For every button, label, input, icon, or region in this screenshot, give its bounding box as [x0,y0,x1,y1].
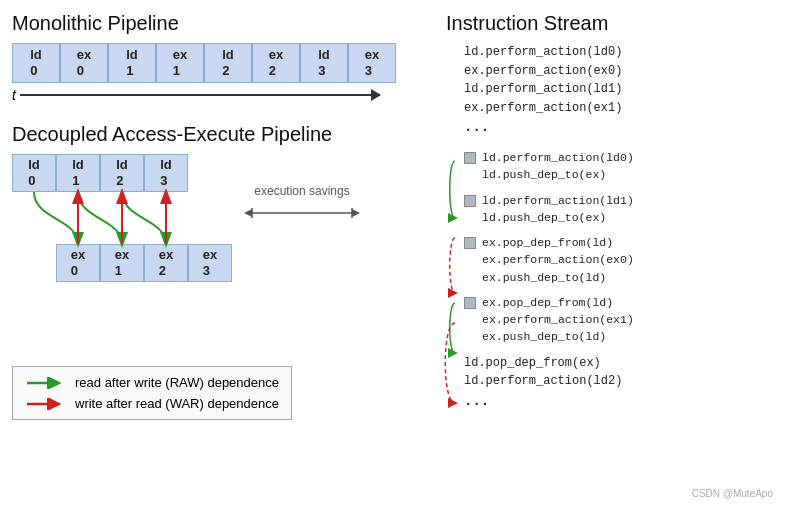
right-panel: Instruction Stream [438,8,777,497]
raw-label: read after write (RAW) dependence [75,375,279,390]
svg-marker-1 [244,209,252,217]
mono-cell-ex0: ex0 [60,43,108,83]
decoupled-title: Decoupled Access-Execute Pipeline [12,123,434,146]
mono-cell-ex1: ex1 [156,43,204,83]
monolithic-section: Monolithic Pipeline ld0 ex0 ld1 ex1 ld2 … [12,12,434,103]
time-arrow: t [12,87,434,103]
instruction-stream-title: Instruction Stream [446,12,769,35]
mono-cell-ex3: ex3 [348,43,396,83]
decoupled-wrapper: ld0 ld1 ld2 ld3 ex0 ex1 ex2 ex3 [12,154,412,354]
right-content-wrapper: ld.perform_action(ld0) ex.perform_action… [446,43,769,483]
left-panel: Monolithic Pipeline ld0 ex0 ld1 ex1 ld2 … [8,8,438,497]
savings-bracket [242,204,362,222]
instr-lines-4: ex.pop_dep_from(ld) ex.perform_action(ex… [482,234,634,286]
savings-area: execution savings [242,184,362,222]
mono-cell-ld0: ld0 [12,43,60,83]
watermark: CSDN @MuteApo [692,488,773,499]
gray-square-4 [464,237,476,249]
monolithic-pipeline-row: ld0 ex0 ld1 ex1 ld2 ex2 ld3 ex3 [12,43,434,83]
instr-lines-5: ex.pop_dep_from(ld) ex.perform_action(ex… [482,294,634,346]
legend-raw: read after write (RAW) dependence [25,375,279,390]
instr-group-3: ld.perform_action(ld1) ld.push_dep_to(ex… [464,192,634,227]
instr-lines-3: ld.perform_action(ld1) ld.push_dep_to(ex… [482,192,634,227]
raw-arrow-icon [25,377,65,389]
right-panel-lines-svg [446,43,464,483]
gray-square-5 [464,297,476,309]
code-block-6: ld.pop_dep_from(ex) ld.perform_action(ld… [464,354,634,413]
war-label: write after read (WAR) dependence [75,396,279,411]
time-label: t [12,87,16,103]
legend-war: write after read (WAR) dependence [25,396,279,411]
main-container: Monolithic Pipeline ld0 ex0 ld1 ex1 ld2 … [0,0,785,505]
mono-cell-ld2: ld2 [204,43,252,83]
mono-cell-ld1: ld1 [108,43,156,83]
savings-bracket-svg [242,204,362,222]
instr-group-6: ld.pop_dep_from(ex) ld.perform_action(ld… [464,354,634,413]
instr-lines-2: ld.perform_action(ld0) ld.push_dep_to(ex… [482,149,634,184]
instr-group-5: ex.pop_dep_from(ld) ex.perform_action(ex… [464,294,634,346]
mono-cell-ld3: ld3 [300,43,348,83]
savings-label: execution savings [242,184,362,198]
legend-box: read after write (RAW) dependence [12,366,292,420]
instruction-groups: ld.perform_action(ld0) ex.perform_action… [464,43,634,483]
arrow-line [20,94,380,96]
monolithic-title: Monolithic Pipeline [12,12,434,35]
instr-group-4: ex.pop_dep_from(ld) ex.perform_action(ex… [464,234,634,286]
war-arrow-icon [25,398,65,410]
code-block-1: ld.perform_action(ld0) ex.perform_action… [464,43,634,139]
instr-group-1: ld.perform_action(ld0) ex.perform_action… [464,43,634,139]
gray-square-2 [464,152,476,164]
gray-square-3 [464,195,476,207]
mono-cell-ex2: ex2 [252,43,300,83]
svg-marker-2 [352,209,360,217]
decoupled-section: Decoupled Access-Execute Pipeline ld0 ld… [12,123,434,420]
instr-group-2: ld.perform_action(ld0) ld.push_dep_to(ex… [464,149,634,184]
